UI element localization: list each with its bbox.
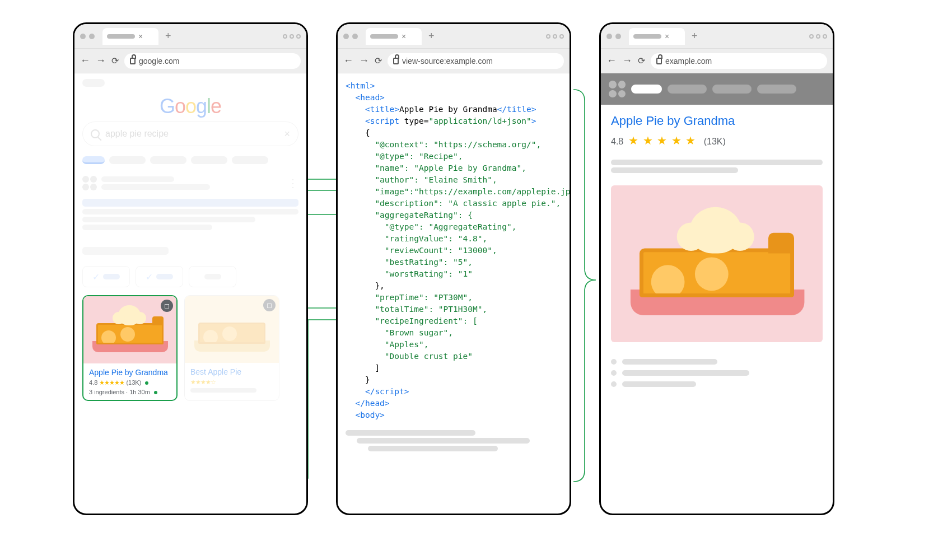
star-icons: ★ ★ ★ ★ ★: [628, 134, 696, 147]
browser-toolbar: ← → ⟳ google.com: [74, 49, 306, 73]
browser-toolbar: ← → ⟳ view-source:example.com: [338, 49, 570, 73]
forward-icon[interactable]: →: [359, 55, 369, 67]
forward-icon[interactable]: →: [96, 55, 106, 67]
search-query-text: apple pie recipe: [105, 129, 169, 139]
url-text: example.com: [665, 57, 712, 66]
bookmark-icon[interactable]: ◻: [263, 299, 276, 311]
tab-stub[interactable]: [150, 156, 186, 164]
source-code: <html> <head> <title>Apple Pie by Grandm…: [338, 73, 570, 428]
search-tabs: [82, 156, 298, 164]
favicon-placeholder: [82, 176, 97, 190]
page-rating: 4.8 ★ ★ ★ ★ ★ (13K): [611, 134, 823, 147]
browser-tab[interactable]: ×: [366, 28, 422, 45]
recipe-meta: 3 ingredients · 1h 30m: [89, 389, 171, 395]
new-tab-icon[interactable]: +: [428, 30, 435, 42]
filter-chip[interactable]: ✓: [136, 266, 183, 287]
lock-icon: [130, 58, 136, 64]
search-icon: [91, 129, 100, 138]
close-tab-icon[interactable]: ×: [665, 32, 669, 41]
address-bar[interactable]: google.com: [124, 53, 301, 69]
traffic-light-dot: [80, 34, 86, 39]
page-title: Apple Pie by Grandma: [611, 114, 823, 128]
filter-chips: ✓ ✓: [82, 266, 298, 287]
nav-item[interactable]: [757, 85, 796, 94]
recipe-rich-result[interactable]: ◻ Apple Pie by Grandma 4.8 ★★★★★ (13K) 3…: [82, 295, 178, 401]
connector-dot: [145, 381, 148, 385]
pie-illustration: [620, 212, 814, 315]
site-nav: [601, 73, 833, 105]
recipe-image: ◻: [185, 296, 279, 363]
tab-stub[interactable]: [109, 156, 146, 164]
new-tab-icon[interactable]: +: [165, 30, 171, 42]
filter-chip[interactable]: [189, 266, 236, 287]
tab-title-placeholder: [107, 34, 135, 39]
browser-tab-bar: × +: [601, 24, 833, 49]
url-text: google.com: [139, 57, 179, 66]
reload-icon[interactable]: ⟳: [111, 55, 119, 66]
site-logo-icon[interactable]: [609, 81, 626, 97]
close-tab-icon[interactable]: ×: [138, 32, 143, 41]
address-bar[interactable]: example.com: [651, 53, 827, 69]
pie-illustration: [88, 307, 172, 352]
hero-image: [611, 185, 823, 342]
reload-icon[interactable]: ⟳: [375, 55, 382, 66]
recipe-title: Best Apple Pie: [190, 367, 273, 376]
search-input[interactable]: apple pie recipe ×: [82, 122, 298, 146]
traffic-light-dot: [89, 34, 95, 39]
address-bar[interactable]: view-source:example.com: [388, 53, 564, 69]
search-results-window: × + ← → ⟳ google.com Google apple pie re…: [73, 22, 308, 515]
lock-icon: [393, 58, 399, 64]
recipe-title: Apple Pie by Grandma: [89, 368, 171, 377]
recipe-rich-result-secondary[interactable]: ◻ Best Apple Pie ★★★★☆: [184, 295, 279, 401]
body-placeholder: [338, 430, 570, 461]
recipe-rating: 4.8 ★★★★★ (13K): [89, 379, 171, 386]
new-tab-icon[interactable]: +: [692, 30, 698, 42]
browser-tab-bar: × +: [338, 24, 570, 49]
forward-icon[interactable]: →: [622, 55, 632, 67]
nav-item[interactable]: [712, 85, 752, 94]
connector-dot: [154, 391, 157, 394]
example-site-window: × + ← → ⟳ example.com Apple Pie by Grand…: [599, 22, 834, 515]
google-logo: Google: [82, 95, 298, 118]
back-icon[interactable]: ←: [606, 55, 617, 67]
browser-toolbar: ← → ⟳ example.com: [601, 49, 833, 73]
tab-stub[interactable]: [232, 156, 268, 164]
close-tab-icon[interactable]: ×: [402, 32, 406, 41]
bookmark-icon[interactable]: ◻: [161, 300, 173, 312]
view-source-window: × + ← → ⟳ view-source:example.com <html>…: [336, 22, 571, 515]
tab-all[interactable]: [82, 156, 105, 164]
back-icon[interactable]: ←: [80, 55, 90, 67]
nav-item-active[interactable]: [631, 85, 662, 94]
browser-tab[interactable]: ×: [102, 28, 158, 45]
tab-stub[interactable]: [191, 156, 227, 164]
result-placeholder: ⋮: [82, 174, 298, 230]
filter-chip[interactable]: ✓: [82, 266, 130, 287]
browser-tab-bar: × +: [74, 24, 306, 49]
reload-icon[interactable]: ⟳: [638, 55, 645, 66]
section-header-placeholder: [82, 247, 298, 255]
description-placeholder: [611, 160, 823, 173]
nav-item[interactable]: [668, 85, 707, 94]
clear-icon[interactable]: ×: [284, 128, 290, 140]
lock-icon: [656, 58, 662, 64]
url-text: view-source:example.com: [402, 57, 493, 66]
ingredient-list-placeholder: [611, 359, 823, 387]
window-controls: [283, 34, 301, 39]
star-icons: ★★★★★: [99, 379, 124, 386]
back-icon[interactable]: ←: [343, 55, 353, 67]
browser-tab[interactable]: ×: [629, 28, 685, 45]
recipe-image: ◻: [83, 296, 176, 363]
